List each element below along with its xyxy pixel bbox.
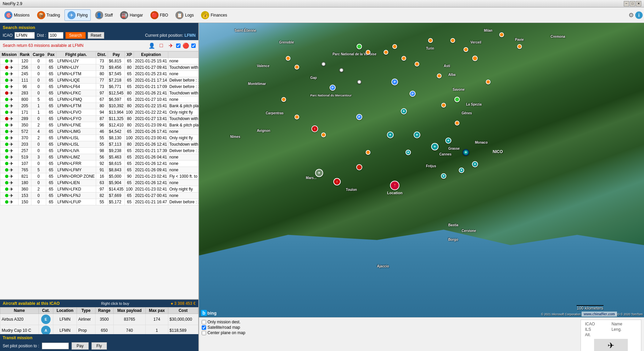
mission-row-8[interactable]: ✈ 171 1 65 LFMN>LFVO 94 $13,964 100 2021… — [0, 109, 199, 116]
map-pin-orange-8[interactable] — [437, 74, 442, 78]
filter-person-icon[interactable]: 👤 — [148, 41, 156, 50]
filter-plane-checkbox[interactable] — [176, 43, 180, 48]
map-view[interactable]: Saint-Étienne Grenoble Turin Milan Gênes… — [199, 23, 644, 317]
map-pin-teal-7[interactable]: ✈ — [387, 131, 394, 138]
map-pin-teal-1[interactable]: ✈ — [414, 131, 420, 138]
mission-row-16[interactable]: ✈ 107 0 65 LFMN>LFRR 92 $8,615 65 2021-0… — [0, 160, 199, 167]
mission-row-4[interactable]: ✈ 96 0 65 LFMN>LF64 73 $6,771 65 2021-01… — [0, 84, 199, 90]
mission-row-10[interactable]: ✈ 350 2 65 LFMN>LFNE 96 $12,410 80 2021-… — [0, 122, 199, 128]
map-pin-orange-14[interactable] — [517, 44, 522, 49]
flying-button[interactable]: ✈ Flying — [64, 9, 91, 21]
map-pin-orange-3[interactable] — [384, 50, 388, 55]
only-mission-checkbox[interactable] — [202, 320, 206, 324]
transit-input[interactable] — [42, 343, 69, 349]
filter-box-icon[interactable]: □ — [157, 41, 165, 50]
mission-row-22[interactable]: ✈ 150 0 65 LFMN>LFUP 55 $5,172 65 2021-0… — [0, 199, 199, 205]
filter-plane-icon[interactable]: ✈ — [167, 41, 175, 50]
map-pin-orange-19[interactable] — [441, 103, 446, 108]
dist-input[interactable] — [48, 32, 63, 39]
mission-row-6[interactable]: ✈ 800 5 65 LFMN>LFMQ 67 $6,597 65 2021-0… — [0, 96, 199, 103]
mission-row-12[interactable]: ✈ 370 2 65 LFMN>LISL 55 $8,130 100 2021-… — [0, 135, 199, 141]
map-pin-orange-1[interactable] — [286, 56, 290, 61]
reset-button[interactable]: Reset — [88, 32, 104, 39]
map-pin-orange-5[interactable] — [401, 56, 406, 61]
mission-row-7[interactable]: ✈ 205 1 65 LFMN>LFTM 80 $10,392 80 2021-… — [0, 103, 199, 109]
filter-special-icon[interactable]: 🔴 — [182, 41, 190, 50]
mission-row-15[interactable]: ✈ 519 3 65 LFMN>LIMZ 56 $5,463 65 2021-0… — [0, 154, 199, 160]
map-pin-orange-6[interactable] — [415, 62, 419, 66]
mission-row-14[interactable]: ✈ 257 0 65 LFMN>LIVA 98 $9,238 65 2021-0… — [0, 148, 199, 154]
map-pin-teal-8[interactable]: ✈ — [401, 108, 407, 114]
map-pin-blue-2[interactable]: P — [410, 91, 416, 97]
filter-special-checkbox[interactable] — [191, 43, 196, 48]
map-pin-orange-18[interactable] — [366, 150, 370, 155]
map-pin-green-2[interactable] — [357, 44, 362, 49]
info-icon[interactable]: i — [635, 11, 643, 19]
mission-row-20[interactable]: ✈ 360 2 65 LFMN>LFKD 97 $14,435 100 2021… — [0, 186, 199, 193]
mission-row-17[interactable]: ✈ 765 5 65 LFMN>LFMY 91 $8,843 65 2021-0… — [0, 167, 199, 173]
mission-row-18[interactable]: ✈ 821 0 65 LFMN>DROP ZONE 16 $5,000 90 2… — [0, 173, 199, 180]
map-pin-orange-16[interactable] — [295, 115, 299, 119]
map-pin-red-1[interactable]: ! — [311, 125, 318, 132]
aircraft-row-1[interactable]: Mudry Cap 10 C A LFMN Prop 650 740 1 $11… — [0, 325, 198, 334]
map-pin-orange-11[interactable] — [472, 56, 478, 61]
hangar-button[interactable]: 🏭 Hangar — [117, 9, 146, 21]
mission-row-5[interactable]: ✈ 283 0 65 LFMN>LFKC 97 $12,545 80 2021-… — [0, 90, 199, 96]
close-button[interactable]: ✕ — [636, 1, 641, 6]
map-pin-teal-9[interactable]: ✈ — [405, 150, 411, 155]
map-pin-orange-21[interactable] — [366, 50, 370, 55]
trading-button[interactable]: 📦 Trading — [34, 9, 63, 21]
map-pin-teal-4[interactable]: ✈ — [472, 161, 478, 167]
missions-button[interactable]: 🎯 Missions — [1, 9, 33, 21]
aircraft-scroll[interactable]: Name Cat. Location Type Range Max payloa… — [0, 307, 198, 334]
map-pin-blue-4[interactable]: P — [356, 114, 362, 120]
map-pin-teal-6[interactable]: ✈ — [441, 173, 446, 179]
map-pin-orange-9[interactable] — [450, 38, 455, 43]
aircraft-row-0[interactable]: Airbus A320 E LFMN Airliner 3500 83765 1… — [0, 314, 198, 325]
mission-row-21[interactable]: ✈ 153 0 65 LFMN>LFNJ 82 $7,669 65 2021-0… — [0, 193, 199, 199]
settings-icon[interactable]: ⚙ — [628, 11, 634, 19]
map-pin-orange-2[interactable] — [295, 65, 299, 69]
staff-button[interactable]: 👤 Staff — [92, 9, 116, 21]
fbo-button[interactable]: 🔴 FBO — [147, 9, 171, 21]
maximize-button[interactable]: □ — [630, 1, 635, 6]
mission-row-9[interactable]: ✈ 289 0 65 LFMN>LFYO 87 $11,325 80 2021-… — [0, 116, 199, 122]
map-pin-orange-17[interactable] — [321, 133, 326, 137]
map-pin-orange-7[interactable] — [428, 38, 433, 43]
finances-button[interactable]: 💰 Finances — [198, 9, 230, 21]
icao-input[interactable] — [15, 32, 35, 39]
mission-row-0[interactable]: ✈ 120 0 65 LFMN>LIJY 73 $6,815 65 2021-0… — [0, 58, 199, 64]
satellite-checkbox[interactable] — [202, 325, 206, 330]
map-pin-red-3[interactable] — [356, 164, 362, 170]
pay-button[interactable]: Pay — [72, 342, 89, 350]
map-pin-red-2[interactable]: ! — [333, 178, 341, 185]
map-marseille-icon[interactable]: ✈ — [315, 169, 323, 177]
mission-row-2[interactable]: ✈ 245 0 65 LFMN>LFTM 80 $7,545 65 2021-0… — [0, 71, 199, 77]
fly-button[interactable]: Fly — [91, 342, 107, 350]
mission-row-11[interactable]: ✈ 572 4 65 LFMN>LIMG 46 $4,542 65 2021-0… — [0, 128, 199, 135]
map-pin-blue-3[interactable]: P — [330, 85, 336, 91]
map-pin-white-2[interactable] — [357, 80, 361, 84]
mission-row-19[interactable]: ✈ 180 0 65 LFMN>LIEN 63 $5,904 65 2021-0… — [0, 180, 199, 186]
minimize-button[interactable]: − — [624, 1, 629, 6]
map-pin-white-3[interactable] — [321, 62, 326, 66]
map-pin-teal-2[interactable]: ✈ — [431, 143, 439, 150]
map-pin-blue-1[interactable]: P — [391, 79, 398, 85]
mission-row-3[interactable]: ✈ 111 0 65 LFMN>LIQE 77 $7,218 65 2021-0… — [0, 77, 199, 84]
map-pin-orange-20[interactable] — [455, 121, 459, 125]
search-button[interactable]: Search — [65, 32, 86, 39]
map-pin-orange-13[interactable] — [499, 32, 504, 37]
map-pin-teal-main[interactable]: ✈ — [463, 149, 469, 156]
map-pin-orange-4[interactable] — [392, 44, 397, 49]
mission-table-container[interactable]: Mission Rank Cargo Pax Flight plan. Dist… — [0, 51, 198, 299]
logs-button[interactable]: 📋 Logs — [172, 9, 197, 21]
map-pin-orange-10[interactable] — [464, 47, 468, 52]
map-pin-teal-3[interactable]: ✈ — [445, 138, 451, 144]
map-pin-orange-15[interactable] — [281, 97, 286, 102]
center-plane-checkbox[interactable] — [202, 331, 206, 335]
map-pin-teal-5[interactable]: ✈ — [459, 168, 464, 173]
map-pin-white-1[interactable] — [339, 68, 343, 72]
mission-row-13[interactable]: ✈ 203 0 65 LFMN>LISL 55 $7,113 80 2021-0… — [0, 141, 199, 148]
mission-row-1[interactable]: ✈ 256 0 65 LFMN>LIJY 73 $9,456 80 2021-0… — [0, 64, 199, 71]
map-pin-green-1[interactable] — [454, 97, 460, 102]
